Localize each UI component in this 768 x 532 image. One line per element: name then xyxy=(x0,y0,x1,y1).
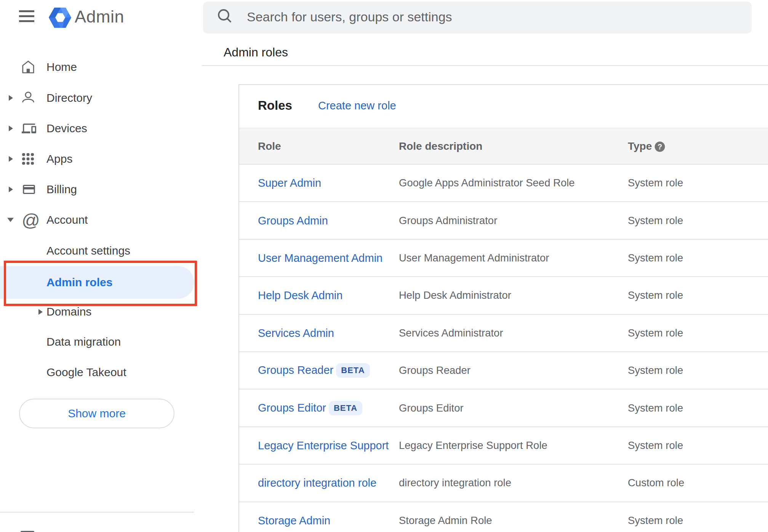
svg-text:?: ? xyxy=(658,143,662,151)
